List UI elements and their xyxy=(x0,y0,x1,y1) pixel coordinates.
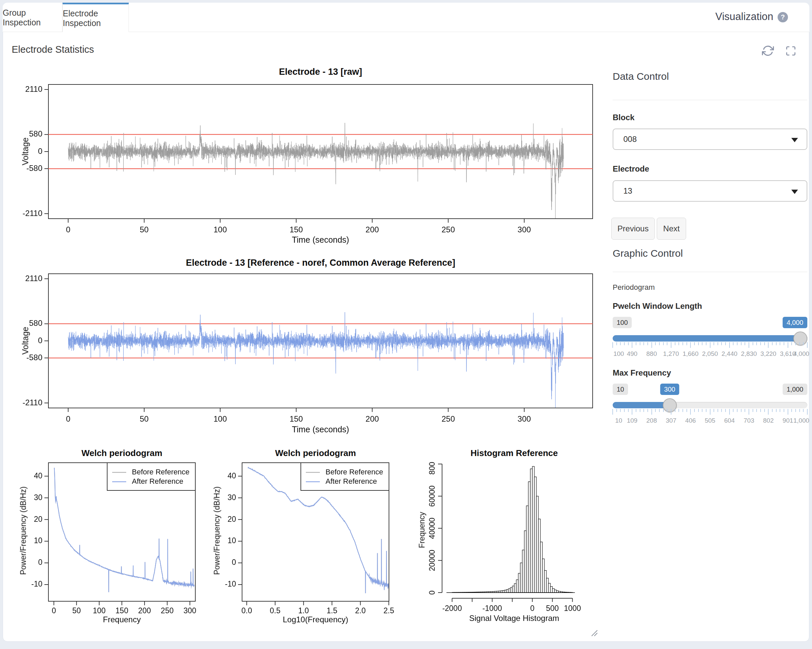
chart-title-histogram: Histogram Reference xyxy=(443,448,586,458)
ylabel-ref: Voltage xyxy=(21,287,31,394)
slider-max-chip: 1,000 xyxy=(783,383,807,395)
help-icon[interactable]: ? xyxy=(778,12,788,22)
welch-periodogram-linear-plot xyxy=(18,462,207,615)
raw-signal-plot xyxy=(18,82,601,239)
xlabel-ref: Time (seconds) xyxy=(49,425,593,434)
tab-label: Group Inspection xyxy=(3,8,62,27)
xlabel-histogram: Signal Voltage Histogram xyxy=(443,614,586,623)
slider-label: Pwelch Window Length xyxy=(613,301,702,311)
next-button[interactable]: Next xyxy=(657,218,686,240)
pwelch-window-length-slider: Pwelch Window Length 100 4,000 100490880… xyxy=(613,301,807,368)
divider xyxy=(613,272,807,272)
refresh-icon[interactable] xyxy=(762,45,774,57)
slider-value-chip: 300 xyxy=(660,383,679,395)
block-select-value: 008 xyxy=(623,134,637,144)
ylabel-raw: Voltage xyxy=(21,98,31,205)
divider xyxy=(613,100,807,100)
slider-ticks xyxy=(613,342,807,349)
electrode-select-value: 13 xyxy=(623,186,632,195)
xlabel-welch-linear: Frequency xyxy=(49,615,195,624)
slider-min-chip: 10 xyxy=(613,383,628,395)
electrode-label: Electrode xyxy=(613,164,807,174)
xlabel-raw: Time (seconds) xyxy=(49,235,593,245)
ylabel-welch-log: Power/Frequency (dB/Hz) xyxy=(213,461,222,601)
ylabel-histogram: Frequency xyxy=(418,480,427,580)
max-frequency-slider: Max Frequency 10 300 1,000 1010920830740… xyxy=(613,368,807,435)
slider-min-chip: 100 xyxy=(613,317,632,328)
app-title: Visualization xyxy=(716,11,773,23)
slider-fill xyxy=(613,335,807,342)
fullscreen-icon[interactable] xyxy=(785,46,796,57)
tab-electrode-inspection[interactable]: Electrode Inspection xyxy=(63,3,129,32)
data-control-heading: Data Control xyxy=(613,71,807,82)
histogram-reference-plot xyxy=(412,462,601,615)
slider-label: Max Frequency xyxy=(613,368,671,377)
slider-fill xyxy=(613,402,670,408)
slider-track[interactable] xyxy=(613,335,807,342)
previous-button[interactable]: Previous xyxy=(611,218,655,240)
slider-tick-labels: 1004908801,2701,6602,0502,4402,8303,2203… xyxy=(613,350,807,359)
slider-value-chip: 4,000 xyxy=(783,317,807,328)
block-select[interactable]: 008 xyxy=(613,128,807,150)
tab-label: Electrode Inspection xyxy=(63,9,128,28)
resize-handle-icon[interactable] xyxy=(590,629,598,636)
graphic-control-heading: Graphic Control xyxy=(613,248,807,259)
slider-track[interactable] xyxy=(613,402,807,408)
periodogram-subheading: Periodogram xyxy=(613,283,807,292)
page-title: Electrode Statistics xyxy=(12,44,94,55)
chevron-down-icon xyxy=(791,189,798,194)
referenced-signal-plot xyxy=(18,271,601,428)
slider-tick-labels: 101092083074065056047038029011,000 xyxy=(613,417,807,426)
chart-title-raw: Electrode - 13 [raw] xyxy=(49,67,593,77)
chart-title-welch-log: Welch periodogram xyxy=(242,448,389,458)
chevron-down-icon xyxy=(791,138,798,142)
chart-title-welch-linear: Welch periodogram xyxy=(49,448,195,458)
chart-title-ref: Electrode - 13 [Reference - noref, Commo… xyxy=(49,258,593,268)
slider-ticks xyxy=(613,409,807,415)
xlabel-welch-log: Log10(Frequency) xyxy=(242,615,389,624)
ylabel-welch-linear: Power/Frequency (dB/Hz) xyxy=(19,461,28,601)
tab-group-inspection[interactable]: Group Inspection xyxy=(3,3,63,32)
welch-periodogram-log-plot xyxy=(212,462,401,615)
electrode-select[interactable]: 13 xyxy=(613,180,807,202)
block-label: Block xyxy=(613,113,807,122)
